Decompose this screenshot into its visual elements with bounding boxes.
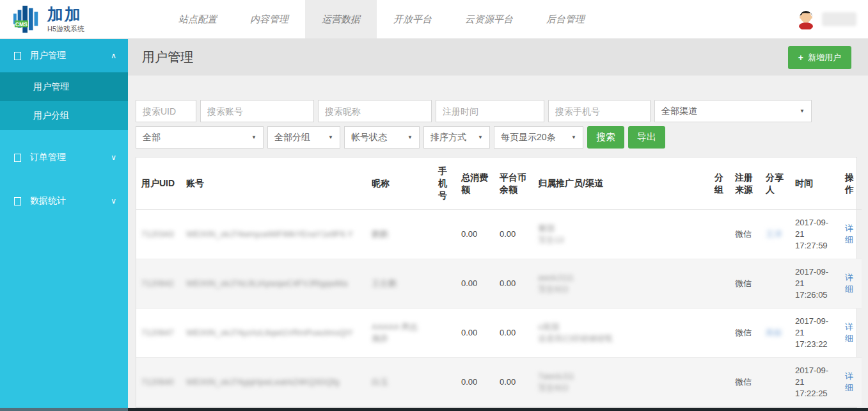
sidebar-item-user-groups[interactable]: 用户分组 <box>0 101 128 130</box>
col-header-total: 总消费额 <box>456 157 494 209</box>
promoter-line-2: 这是我们经销倾销笔 <box>538 333 704 344</box>
nav-item-operations-data[interactable]: 运营数据 <box>305 0 377 38</box>
sidebar-group-label: 数据统计 <box>30 195 111 207</box>
bottom-edge-right <box>128 408 868 411</box>
cell-balance: 0.00 <box>494 358 533 407</box>
export-button[interactable]: 导出 <box>628 126 665 149</box>
sidebar-group-order-management[interactable]: 订单管理 ∨ <box>0 141 128 173</box>
cell-promoter: awckJ111 宝合922 <box>533 259 709 309</box>
sharer-link[interactable]: 商标 <box>766 328 782 337</box>
col-header-group: 分组 <box>709 157 730 209</box>
cell-balance: 0.00 <box>494 259 533 309</box>
cell-source: 微信 <box>730 259 761 309</box>
search-phone-input[interactable] <box>548 100 651 122</box>
nav-item-cloud-resources[interactable]: 云资源平台 <box>448 0 530 38</box>
sidebar-item-label: 用户管理 <box>33 81 69 93</box>
page-header: 用户管理 + 新增用户 <box>128 39 868 76</box>
add-user-button[interactable]: + 新增用户 <box>788 46 851 69</box>
users-table: 用户UID 账号 昵称 手机号 总消费额 平台币余额 归属推广员/渠道 分组 注… <box>136 157 862 407</box>
cell-source: 微信 <box>730 210 761 259</box>
page-size-select[interactable]: 每页显示20条 ▼ <box>494 126 583 149</box>
cell-time: 2017-09-21 17:27:59 <box>790 210 840 259</box>
sharer-link[interactable]: 王泽 <box>766 229 782 239</box>
all-select[interactable]: 全部 ▼ <box>136 126 264 149</box>
page-size-value: 每页显示20条 <box>501 132 556 143</box>
content: 全部渠道 ▼ 全部 ▼ 全部分组 ▼ 帐号状态 <box>128 76 868 408</box>
detail-link[interactable]: 详细 <box>845 223 853 245</box>
detail-link[interactable]: 详细 <box>845 322 853 343</box>
svg-text:CMS: CMS <box>15 21 28 28</box>
channel-select-value: 全部渠道 <box>661 106 697 117</box>
cell-total: 0.00 <box>456 309 494 358</box>
sidebar-item-label: 用户分组 <box>33 110 69 122</box>
cell-sharer <box>761 358 790 407</box>
bottom-edge-left <box>0 408 128 411</box>
promoter-line-1: o英国 <box>538 321 704 333</box>
chevron-down-icon: ▼ <box>251 134 256 140</box>
table-header-row: 用户UID 账号 昵称 手机号 总消费额 平台币余额 归属推广员/渠道 分组 注… <box>136 157 862 209</box>
search-nickname-input[interactable] <box>318 100 432 122</box>
plus-icon: + <box>798 52 803 63</box>
cell-group <box>709 309 730 358</box>
brand-subtitle: H5游戏系统 <box>47 25 84 33</box>
logo-icon: CMS <box>13 4 42 34</box>
cell-nickname: 鹏鹏 <box>367 210 433 259</box>
username-redacted[interactable] <box>822 12 856 26</box>
detail-link[interactable]: 详细 <box>845 371 853 392</box>
table-row: 7120640 WEIXIN_okJ74yjqHpwLeatrkZ4KQ3GQf… <box>136 358 862 407</box>
col-header-account: 账号 <box>181 157 367 209</box>
sidebar-group-label: 用户管理 <box>30 50 111 61</box>
brand-logo[interactable]: CMS 加加 H5游戏系统 <box>0 0 150 38</box>
cell-action: 详细 <box>840 309 862 358</box>
table-row: 7120642 WEIXIN_okJ74zJILtApwqwC4FVJRtgqw… <box>136 259 862 309</box>
detail-link[interactable]: 详细 <box>845 273 853 294</box>
chevron-up-icon: ∧ <box>111 51 116 60</box>
cell-nickname: 白玉 <box>367 358 433 407</box>
col-header-action: 操作 <box>840 157 862 209</box>
menu-square-icon <box>14 154 21 162</box>
account-status-select[interactable]: 帐号状态 ▼ <box>344 126 420 149</box>
cell-account: WEIXIN_okJ74wmyueMiFiMkYEnaY1e9F6.Y <box>181 210 367 259</box>
group-select[interactable]: 全部分组 ▼ <box>267 126 340 149</box>
main-nav: 站点配置 内容管理 运营数据 开放平台 云资源平台 后台管理 <box>162 0 601 38</box>
sidebar-group-data-statistics[interactable]: 数据统计 ∨ <box>0 185 128 217</box>
cell-group <box>709 259 730 309</box>
cell-sharer: 商标 <box>761 309 790 358</box>
nav-item-site-config[interactable]: 站点配置 <box>162 0 233 38</box>
cell-account: WEIXIN_okJ74yjqHpwLeatrkZ4KQ3GQfg <box>181 358 367 407</box>
col-header-balance: 平台币余额 <box>494 157 533 209</box>
sidebar-group-label: 订单管理 <box>30 152 111 163</box>
avatar-icon[interactable] <box>796 9 816 29</box>
promoter-line-2: 宝合13 <box>538 234 704 246</box>
cell-balance: 0.00 <box>494 309 533 358</box>
cell-action: 详细 <box>840 210 862 259</box>
brand-name: 加加 <box>47 6 84 24</box>
sort-select[interactable]: 排序方式 ▼ <box>423 126 490 149</box>
cell-time: 2017-09-21 17:22:25 <box>790 358 840 407</box>
cell-action: 详细 <box>840 259 862 309</box>
sidebar-item-user-management[interactable]: 用户管理 <box>0 72 128 101</box>
cell-group <box>709 358 730 407</box>
channel-select[interactable]: 全部渠道 ▼ <box>654 100 812 122</box>
sidebar-group-user-management[interactable]: 用户管理 ∧ <box>0 39 128 72</box>
chevron-down-icon: ▼ <box>478 134 483 140</box>
cell-account: WEIXIN_okJ74zJILtApwqwC4FVJRtgqwMa <box>181 259 367 309</box>
cell-phone <box>433 210 456 259</box>
cell-group <box>709 210 730 259</box>
search-uid-input[interactable] <box>136 100 196 122</box>
cell-sharer: 王泽 <box>761 210 790 259</box>
cell-uid: 7120640 <box>136 358 181 407</box>
nav-item-admin[interactable]: 后台管理 <box>530 0 601 38</box>
sort-select-value: 排序方式 <box>430 132 466 143</box>
nav-item-content[interactable]: 内容管理 <box>233 0 305 38</box>
search-button[interactable]: 搜索 <box>587 126 624 149</box>
col-header-source: 注册来源 <box>730 157 761 209</box>
search-account-input[interactable] <box>200 100 314 122</box>
cell-uid: 7120642 <box>136 259 181 309</box>
users-table-wrap: 用户UID 账号 昵称 手机号 总消费额 平台币余额 归属推广员/渠道 分组 注… <box>136 157 857 408</box>
cell-promoter: 7awckJ11 宝合922 <box>533 358 709 407</box>
topbar: CMS 加加 H5游戏系统 站点配置 内容管理 运营数据 开放平台 云资源平台 … <box>0 0 868 39</box>
register-time-input[interactable] <box>436 100 544 122</box>
nav-item-open-platform[interactable]: 开放平台 <box>377 0 448 38</box>
cell-promoter: 董国 宝合13 <box>533 210 709 259</box>
